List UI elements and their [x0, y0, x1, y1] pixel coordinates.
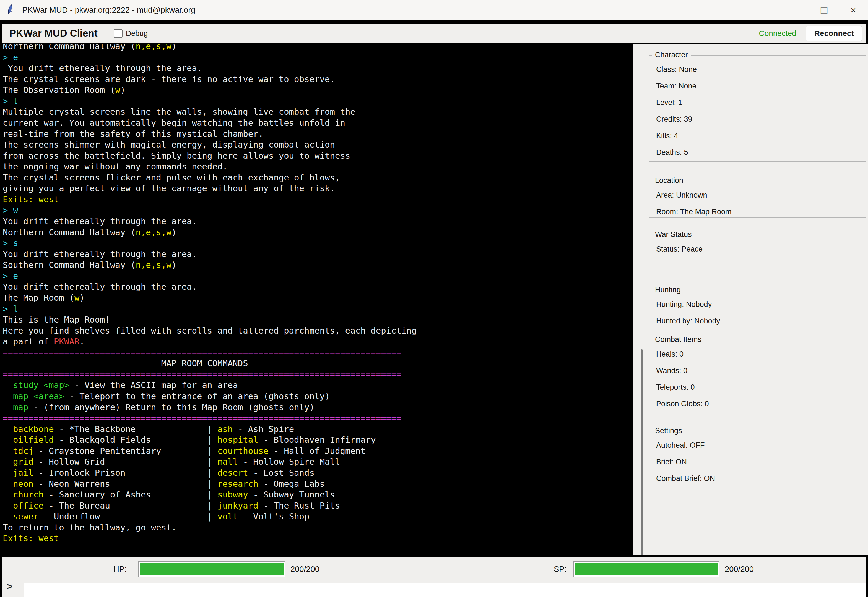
- debug-checkbox[interactable]: [114, 29, 122, 38]
- command-input[interactable]: [24, 583, 867, 597]
- app-title: PKWar MUD Client: [9, 28, 98, 39]
- terminal-line: > e: [3, 270, 417, 282]
- sidebar-section-war-status: War StatusStatus: Peace: [649, 235, 867, 271]
- reconnect-button[interactable]: Reconnect: [806, 26, 862, 41]
- terminal-line: map - (from anywhere) Return to this Map…: [3, 402, 417, 413]
- titlebar: PKWar MUD - pkwar.org:2222 - mud@pkwar.o…: [0, 0, 868, 20]
- terminal-line: You drift ethereally through the area.: [3, 63, 417, 74]
- hp-value: 200/200: [290, 557, 320, 582]
- terminal-line: neon - Neon Warrens | research - Omega L…: [3, 478, 417, 490]
- stat-item: Combat Brief: ON: [649, 470, 866, 487]
- minimize-button[interactable]: —: [780, 0, 809, 20]
- terminal-line: office - The Bureau | junkyard - The Rus…: [3, 500, 417, 511]
- terminal-line: a part of PKWAR.: [3, 336, 417, 347]
- section-title: Settings: [652, 426, 685, 435]
- terminal-line: the ongoing war without any commands nee…: [3, 161, 417, 172]
- terminal-line: Northern Command Hallway (n,e,s,w): [3, 227, 417, 238]
- terminal-line: jail - Ironlock Prison | desert - Lost S…: [3, 467, 417, 478]
- terminal-line: current war. You automatically begin wat…: [3, 117, 417, 129]
- window-controls: —□×: [780, 0, 868, 20]
- sidebar-section-location: LocationArea: UnknownRoom: The Map Room: [649, 181, 867, 218]
- stat-item: Class: None: [649, 61, 866, 78]
- stat-item: Autoheal: OFF: [649, 437, 866, 454]
- hp-bar-fill: [140, 563, 283, 575]
- stat-item: Credits: 39: [649, 111, 866, 128]
- terminal-line: The screens shimmer with magical energy,…: [3, 139, 417, 150]
- terminal-line: Multiple crystal screens line the walls,…: [3, 106, 417, 117]
- stat-item: Level: 1: [649, 94, 866, 111]
- stat-item: Poison Globs: 0: [649, 395, 866, 412]
- terminal-scrollbar: [633, 44, 649, 555]
- section-title: War Status: [652, 230, 695, 239]
- terminal-line: You drift ethereally through the area.: [3, 281, 417, 293]
- terminal-output[interactable]: Northern Command Hallway (n,e,s,w)> e Yo…: [0, 44, 633, 555]
- section-title: Combat Items: [652, 335, 704, 344]
- hp-label: HP:: [113, 557, 127, 582]
- hp-bar: [138, 561, 285, 577]
- scrollbar-thumb[interactable]: [641, 349, 643, 555]
- terminal-line: > w: [3, 205, 417, 216]
- terminal-line: MAP ROOM COMMANDS: [3, 358, 417, 369]
- terminal-line: To return to the hallway, go west.: [3, 522, 417, 533]
- terminal-line: ========================================…: [3, 413, 417, 424]
- terminal-line: Exits: west: [3, 533, 417, 544]
- debug-toggle[interactable]: Debug: [114, 29, 148, 38]
- sp-label: SP:: [554, 557, 567, 582]
- terminal-line: The Observation Room (w): [3, 85, 417, 96]
- stat-item: Hunting: Nobody: [649, 296, 866, 313]
- app-header: PKWar MUD Client Debug Connected Reconne…: [1, 24, 867, 43]
- terminal-line: real-time from the safety of this mystic…: [3, 129, 417, 140]
- terminal-line: ========================================…: [3, 347, 417, 358]
- terminal-line: Here you find shelves filled with scroll…: [3, 325, 417, 336]
- terminal-line: backbone - *The Backbone | ash - Ash Spi…: [3, 424, 417, 435]
- close-button[interactable]: ×: [839, 0, 868, 20]
- terminal-line: church - Sanctuary of Ashes | subway - S…: [3, 489, 417, 500]
- terminal-line: grid - Hollow Grid | mall - Hollow Spire…: [3, 456, 417, 467]
- terminal-line: You drift ethereally through the area.: [3, 249, 417, 260]
- stat-item: Brief: ON: [649, 454, 866, 470]
- sidebar-section-character: CharacterClass: NoneTeam: NoneLevel: 1Cr…: [649, 55, 867, 162]
- stat-item: Team: None: [649, 78, 866, 94]
- stat-item: Heals: 0: [649, 346, 866, 362]
- terminal-line: oilfield - Blackgold Fields | hospital -…: [3, 435, 417, 446]
- window-title: PKWar MUD - pkwar.org:2222 - mud@pkwar.o…: [22, 6, 195, 15]
- terminal-line: > l: [3, 96, 417, 107]
- terminal-line: tdcj - Graystone Penitentiary | courthou…: [3, 446, 417, 457]
- stat-item: Wands: 0: [649, 362, 866, 379]
- terminal-line: ========================================…: [3, 369, 417, 380]
- terminal-line: The Map Room (w): [3, 293, 417, 303]
- bottom-bar: HP: 200/200 SP: 200/200 >: [1, 557, 867, 597]
- terminal-line: Northern Command Hallway (n,e,s,w): [3, 44, 417, 52]
- command-prompt: >: [7, 581, 12, 592]
- terminal-line: map <area> - Teleport to the entrance of…: [3, 391, 417, 402]
- maximize-button[interactable]: □: [809, 0, 839, 20]
- terminal-line: > l: [3, 303, 417, 315]
- stat-item: Teleports: 0: [649, 379, 866, 395]
- sp-bar-fill: [575, 563, 718, 575]
- stat-item: Kills: 4: [649, 128, 866, 144]
- stat-item: Room: The Map Room: [649, 203, 866, 220]
- stat-item: Hunted by: Nobody: [649, 313, 866, 329]
- stat-item: Deaths: 5: [649, 144, 866, 160]
- sidebar: CharacterClass: NoneTeam: NoneLevel: 1Cr…: [649, 44, 868, 555]
- app-feather-icon: [6, 4, 17, 16]
- sidebar-section-settings: SettingsAutoheal: OFFBrief: ONCombat Bri…: [649, 431, 867, 486]
- terminal-line: This is the Map Room!: [3, 314, 417, 325]
- terminal-line: from across the battlefield. Simply bein…: [3, 150, 417, 162]
- terminal-line: > e: [3, 52, 417, 63]
- section-title: Location: [652, 176, 686, 185]
- stat-item: Area: Unknown: [649, 187, 866, 203]
- sp-bar: [573, 561, 719, 577]
- section-title: Character: [652, 50, 691, 59]
- terminal-line: > s: [3, 238, 417, 249]
- sp-value: 200/200: [725, 557, 754, 582]
- terminal-line: The crystal screens flicker and pulse wi…: [3, 172, 417, 183]
- sidebar-section-combat-items: Combat ItemsHeals: 0Wands: 0Teleports: 0…: [649, 340, 867, 408]
- app-window: { "colors": { "titlebar_bg": "#f7f6f4", …: [0, 0, 868, 597]
- debug-label: Debug: [126, 29, 148, 38]
- terminal-text: Northern Command Hallway (n,e,s,w)> e Yo…: [3, 44, 417, 544]
- terminal-line: Southern Command Hallway (n,e,s,w): [3, 260, 417, 270]
- terminal-line: The crystal screens are dark - there is …: [3, 74, 417, 85]
- terminal-line: You drift ethereally through the area.: [3, 216, 417, 227]
- terminal-line: Exits: west: [3, 194, 417, 205]
